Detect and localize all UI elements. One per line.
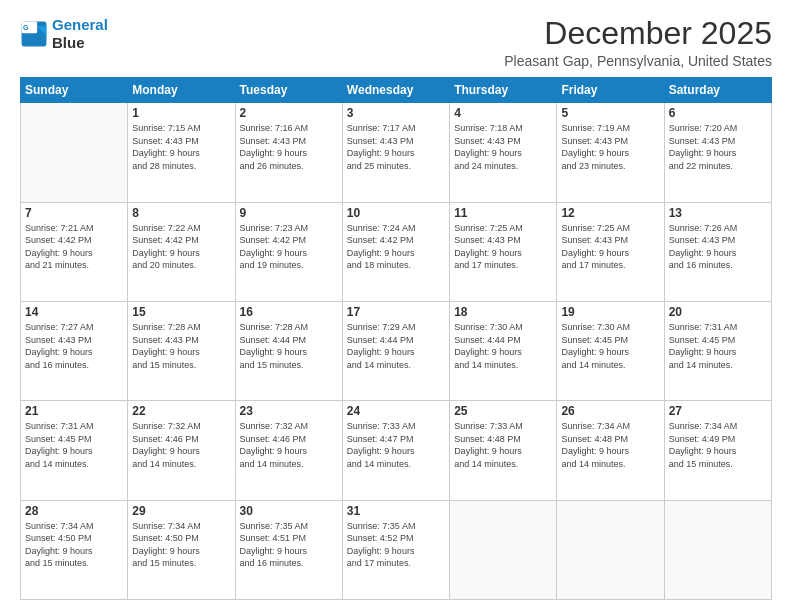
day-number: 22 (132, 404, 230, 418)
day-number: 9 (240, 206, 338, 220)
day-number: 29 (132, 504, 230, 518)
calendar-week-row: 7Sunrise: 7:21 AMSunset: 4:42 PMDaylight… (21, 202, 772, 301)
logo-line2: Blue (52, 34, 108, 52)
day-info: Sunrise: 7:34 AMSunset: 4:48 PMDaylight:… (561, 420, 659, 470)
day-number: 5 (561, 106, 659, 120)
day-info: Sunrise: 7:30 AMSunset: 4:45 PMDaylight:… (561, 321, 659, 371)
day-info: Sunrise: 7:17 AMSunset: 4:43 PMDaylight:… (347, 122, 445, 172)
table-row: 10Sunrise: 7:24 AMSunset: 4:42 PMDayligh… (342, 202, 449, 301)
day-number: 20 (669, 305, 767, 319)
calendar-header-row: Sunday Monday Tuesday Wednesday Thursday… (21, 78, 772, 103)
col-thursday: Thursday (450, 78, 557, 103)
day-number: 23 (240, 404, 338, 418)
calendar-week-row: 1Sunrise: 7:15 AMSunset: 4:43 PMDaylight… (21, 103, 772, 202)
table-row: 27Sunrise: 7:34 AMSunset: 4:49 PMDayligh… (664, 401, 771, 500)
day-number: 21 (25, 404, 123, 418)
table-row: 4Sunrise: 7:18 AMSunset: 4:43 PMDaylight… (450, 103, 557, 202)
table-row: 15Sunrise: 7:28 AMSunset: 4:43 PMDayligh… (128, 301, 235, 400)
day-number: 11 (454, 206, 552, 220)
day-info: Sunrise: 7:32 AMSunset: 4:46 PMDaylight:… (240, 420, 338, 470)
day-number: 31 (347, 504, 445, 518)
day-info: Sunrise: 7:34 AMSunset: 4:49 PMDaylight:… (669, 420, 767, 470)
day-number: 17 (347, 305, 445, 319)
day-number: 4 (454, 106, 552, 120)
col-saturday: Saturday (664, 78, 771, 103)
day-info: Sunrise: 7:35 AMSunset: 4:52 PMDaylight:… (347, 520, 445, 570)
day-info: Sunrise: 7:34 AMSunset: 4:50 PMDaylight:… (132, 520, 230, 570)
day-number: 19 (561, 305, 659, 319)
day-info: Sunrise: 7:34 AMSunset: 4:50 PMDaylight:… (25, 520, 123, 570)
table-row: 17Sunrise: 7:29 AMSunset: 4:44 PMDayligh… (342, 301, 449, 400)
day-info: Sunrise: 7:25 AMSunset: 4:43 PMDaylight:… (454, 222, 552, 272)
calendar-table: Sunday Monday Tuesday Wednesday Thursday… (20, 77, 772, 600)
header: G General Blue December 2025 Pleasant Ga… (20, 16, 772, 69)
day-info: Sunrise: 7:30 AMSunset: 4:44 PMDaylight:… (454, 321, 552, 371)
table-row: 23Sunrise: 7:32 AMSunset: 4:46 PMDayligh… (235, 401, 342, 500)
table-row: 13Sunrise: 7:26 AMSunset: 4:43 PMDayligh… (664, 202, 771, 301)
table-row: 28Sunrise: 7:34 AMSunset: 4:50 PMDayligh… (21, 500, 128, 599)
logo-text: General Blue (52, 16, 108, 52)
table-row: 24Sunrise: 7:33 AMSunset: 4:47 PMDayligh… (342, 401, 449, 500)
main-title: December 2025 (504, 16, 772, 51)
day-info: Sunrise: 7:29 AMSunset: 4:44 PMDaylight:… (347, 321, 445, 371)
day-info: Sunrise: 7:33 AMSunset: 4:48 PMDaylight:… (454, 420, 552, 470)
day-info: Sunrise: 7:33 AMSunset: 4:47 PMDaylight:… (347, 420, 445, 470)
day-number: 12 (561, 206, 659, 220)
day-number: 15 (132, 305, 230, 319)
logo: G General Blue (20, 16, 108, 52)
table-row: 19Sunrise: 7:30 AMSunset: 4:45 PMDayligh… (557, 301, 664, 400)
day-info: Sunrise: 7:23 AMSunset: 4:42 PMDaylight:… (240, 222, 338, 272)
day-info: Sunrise: 7:20 AMSunset: 4:43 PMDaylight:… (669, 122, 767, 172)
day-number: 24 (347, 404, 445, 418)
col-monday: Monday (128, 78, 235, 103)
day-number: 26 (561, 404, 659, 418)
table-row: 6Sunrise: 7:20 AMSunset: 4:43 PMDaylight… (664, 103, 771, 202)
day-number: 14 (25, 305, 123, 319)
day-number: 10 (347, 206, 445, 220)
day-number: 8 (132, 206, 230, 220)
logo-line1: General (52, 16, 108, 33)
table-row: 2Sunrise: 7:16 AMSunset: 4:43 PMDaylight… (235, 103, 342, 202)
day-info: Sunrise: 7:22 AMSunset: 4:42 PMDaylight:… (132, 222, 230, 272)
table-row: 26Sunrise: 7:34 AMSunset: 4:48 PMDayligh… (557, 401, 664, 500)
table-row: 18Sunrise: 7:30 AMSunset: 4:44 PMDayligh… (450, 301, 557, 400)
day-info: Sunrise: 7:28 AMSunset: 4:43 PMDaylight:… (132, 321, 230, 371)
table-row: 1Sunrise: 7:15 AMSunset: 4:43 PMDaylight… (128, 103, 235, 202)
table-row: 7Sunrise: 7:21 AMSunset: 4:42 PMDaylight… (21, 202, 128, 301)
day-info: Sunrise: 7:15 AMSunset: 4:43 PMDaylight:… (132, 122, 230, 172)
svg-text:G: G (23, 24, 29, 31)
table-row: 9Sunrise: 7:23 AMSunset: 4:42 PMDaylight… (235, 202, 342, 301)
calendar-week-row: 14Sunrise: 7:27 AMSunset: 4:43 PMDayligh… (21, 301, 772, 400)
table-row: 22Sunrise: 7:32 AMSunset: 4:46 PMDayligh… (128, 401, 235, 500)
table-row: 14Sunrise: 7:27 AMSunset: 4:43 PMDayligh… (21, 301, 128, 400)
day-info: Sunrise: 7:31 AMSunset: 4:45 PMDaylight:… (25, 420, 123, 470)
day-info: Sunrise: 7:32 AMSunset: 4:46 PMDaylight:… (132, 420, 230, 470)
title-block: December 2025 Pleasant Gap, Pennsylvania… (504, 16, 772, 69)
table-row: 3Sunrise: 7:17 AMSunset: 4:43 PMDaylight… (342, 103, 449, 202)
day-info: Sunrise: 7:27 AMSunset: 4:43 PMDaylight:… (25, 321, 123, 371)
day-info: Sunrise: 7:31 AMSunset: 4:45 PMDaylight:… (669, 321, 767, 371)
day-number: 7 (25, 206, 123, 220)
table-row: 5Sunrise: 7:19 AMSunset: 4:43 PMDaylight… (557, 103, 664, 202)
day-info: Sunrise: 7:16 AMSunset: 4:43 PMDaylight:… (240, 122, 338, 172)
page: G General Blue December 2025 Pleasant Ga… (0, 0, 792, 612)
table-row: 12Sunrise: 7:25 AMSunset: 4:43 PMDayligh… (557, 202, 664, 301)
day-info: Sunrise: 7:24 AMSunset: 4:42 PMDaylight:… (347, 222, 445, 272)
table-row (664, 500, 771, 599)
table-row: 11Sunrise: 7:25 AMSunset: 4:43 PMDayligh… (450, 202, 557, 301)
day-number: 13 (669, 206, 767, 220)
day-info: Sunrise: 7:19 AMSunset: 4:43 PMDaylight:… (561, 122, 659, 172)
day-number: 18 (454, 305, 552, 319)
day-number: 25 (454, 404, 552, 418)
day-info: Sunrise: 7:26 AMSunset: 4:43 PMDaylight:… (669, 222, 767, 272)
table-row: 8Sunrise: 7:22 AMSunset: 4:42 PMDaylight… (128, 202, 235, 301)
col-sunday: Sunday (21, 78, 128, 103)
day-number: 3 (347, 106, 445, 120)
table-row: 20Sunrise: 7:31 AMSunset: 4:45 PMDayligh… (664, 301, 771, 400)
day-info: Sunrise: 7:28 AMSunset: 4:44 PMDaylight:… (240, 321, 338, 371)
day-info: Sunrise: 7:25 AMSunset: 4:43 PMDaylight:… (561, 222, 659, 272)
col-tuesday: Tuesday (235, 78, 342, 103)
table-row: 25Sunrise: 7:33 AMSunset: 4:48 PMDayligh… (450, 401, 557, 500)
day-number: 30 (240, 504, 338, 518)
day-number: 2 (240, 106, 338, 120)
